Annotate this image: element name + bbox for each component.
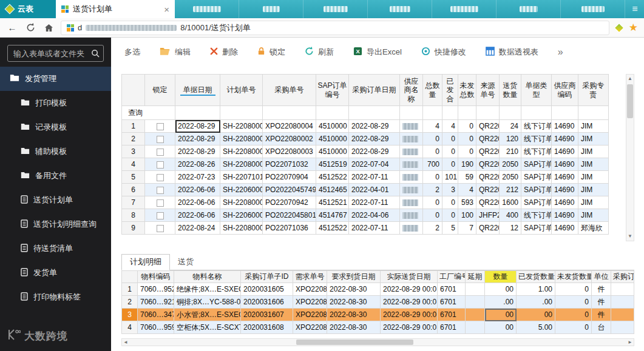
app-logo-tab[interactable]: 云表 [0,0,56,18]
supplier-name-cell[interactable] [400,196,423,209]
row-number[interactable]: 3 [122,309,138,321]
scroll-right-icon[interactable]: ► [626,339,634,346]
doc-type-cell[interactable]: SAP订单 [521,222,552,235]
lock-cell[interactable] [145,145,175,158]
plan-no-cell[interactable]: SH-2208000 [220,222,263,235]
total-qty-cell[interactable]: 0 [423,133,442,145]
delivery-qty-cell[interactable]: 210 [500,145,521,158]
sap-order-no-cell[interactable]: 4510000 [316,120,349,133]
vertical-scrollbar[interactable]: ▲ ▼ [626,74,634,241]
row-number[interactable]: 7 [122,196,145,209]
po-no-cell[interactable] [611,321,634,334]
detail-row[interactable]: 2 7060…921 铜排;8X…YC-588-00 2020031606 XP… [122,296,634,309]
browser-tab-redacted[interactable] [368,0,432,18]
row-number[interactable]: 5 [122,171,145,184]
plan-no-cell[interactable]: SH-2208000 [220,196,263,209]
doc-type-cell[interactable]: SAP订单 [521,184,552,196]
supplier-code-cell[interactable]: 14690 [552,196,578,209]
po-date-cell[interactable]: 2022-08-29 [349,120,400,133]
po-date-cell[interactable]: 2022-04-06 [349,209,400,222]
unsent-total-cell[interactable]: 0 [458,145,476,158]
po-no-cell[interactable]: PO2022045749 [263,184,316,196]
sent-total-cell[interactable]: 0 [442,158,458,171]
column-header[interactable]: 已发货数量 [517,271,555,283]
sap-order-no-cell[interactable]: 4512522 [316,222,349,235]
source-no-cell[interactable]: QR220 [476,171,500,184]
delivery-qty-cell[interactable]: 212 [500,184,521,196]
unit-cell[interactable]: 件 [592,309,611,321]
material-name-cell[interactable]: 绝缘件;8X…E-SXEQ-75 [174,283,241,296]
lock-cell[interactable] [145,120,175,133]
doc-type-cell[interactable]: SAP订单 [521,171,552,184]
row-number[interactable]: 1 [122,283,138,296]
sent-total-cell[interactable]: 0 [442,133,458,145]
scroll-down-icon[interactable]: ▼ [626,233,634,240]
delay-cell[interactable] [466,283,485,296]
column-header[interactable]: 供应商名称 [400,75,423,106]
multi-select-button[interactable]: 多选 [124,47,140,58]
unsent-qty-cell[interactable]: 0 [555,296,592,309]
supplier-code-cell[interactable]: 14690 [552,133,578,145]
po-no-cell[interactable]: PO22070942 [263,196,316,209]
column-header[interactable]: 实际送货日期 [381,271,438,283]
buyer-cell[interactable]: JIM [578,196,609,209]
po-date-cell[interactable]: 2022-07-04 [349,158,400,171]
home-icon[interactable] [42,22,55,34]
doc-type-cell[interactable]: SAP订单 [521,158,552,171]
supplier-code-cell[interactable]: 14690 [552,209,578,222]
lock-checkbox[interactable] [157,123,164,130]
material-code-cell[interactable]: 7060…921 [138,296,174,309]
supplier-code-cell[interactable]: 14690 [552,145,578,158]
refresh-button[interactable]: 刷新 [305,47,334,58]
total-qty-cell[interactable]: 2 [423,222,442,235]
unsent-qty-cell[interactable]: 0 [555,321,592,334]
factory-code-cell[interactable]: 6701 [438,296,466,309]
delay-cell[interactable] [466,309,485,321]
po-sub-id-cell[interactable]: 2020031606 [241,296,293,309]
column-header[interactable]: 供应商编码 [552,75,578,106]
url-input[interactable]: d 8/10001/送货计划单 [61,21,609,35]
po-date-cell[interactable]: 2022-08-29 [349,145,400,158]
sidebar-item-backup-files[interactable]: 备用文件 [0,164,111,188]
supplier-code-cell[interactable]: 14690 [552,222,578,235]
sent-total-cell[interactable]: 0 [442,196,458,209]
column-header[interactable]: 已发合 [442,75,458,106]
row-number[interactable]: 4 [122,321,138,334]
source-no-cell[interactable]: QR220 [476,184,500,196]
column-header[interactable]: 采购订单子ID [241,271,293,283]
sap-order-no-cell[interactable]: 4510000 [316,133,349,145]
unsent-total-cell[interactable]: 0 [458,120,476,133]
sidebar-item-aux-template[interactable]: 辅助模板 [0,139,111,164]
supplier-name-cell[interactable] [400,120,423,133]
po-date-cell[interactable]: 2022-07-11 [349,222,400,235]
source-no-cell[interactable]: JHFP2 [476,209,500,222]
search-input[interactable] [7,45,104,62]
doc-type-cell[interactable]: 线下订单 [521,145,552,158]
column-header[interactable]: 工厂编号 [438,271,466,283]
source-no-cell[interactable]: QR220 [476,145,500,158]
browser-tab-active[interactable]: 送货计划单 × [56,0,175,18]
scroll-up-icon[interactable]: ▲ [626,75,634,82]
column-header[interactable]: 要求到货日期 [327,271,381,283]
source-no-cell[interactable]: QR220 [476,196,500,209]
pivot-table-button[interactable]: 数据透视表 [486,47,538,58]
buyer-cell[interactable]: JIM [578,145,609,158]
lock-cell[interactable] [145,158,175,171]
source-no-cell[interactable]: QR220 [476,120,500,133]
po-date-cell[interactable]: 2022-08-29 [349,133,400,145]
buyer-cell[interactable]: JIM [578,120,609,133]
reload-icon[interactable] [24,22,36,34]
lock-checkbox[interactable] [157,199,164,207]
sent-qty-cell[interactable]: .00 [517,296,555,309]
browser-menu-icon[interactable]: ≡ [626,0,644,18]
demand-no-cell[interactable]: XPO2208 [293,296,327,309]
po-no-cell[interactable]: XPO22080003 [263,145,316,158]
lock-cell[interactable] [145,184,175,196]
plan-no-cell[interactable]: SH-2206000 [220,184,263,196]
column-header[interactable]: 单据类型 [521,75,552,106]
lock-cell[interactable] [145,196,175,209]
lock-cell[interactable] [145,133,175,145]
row-number[interactable]: 8 [122,209,145,222]
qty-cell[interactable]: .00 [485,296,517,309]
actual-delivery-date-cell[interactable]: 2022-08-29 00:0 [381,309,438,321]
